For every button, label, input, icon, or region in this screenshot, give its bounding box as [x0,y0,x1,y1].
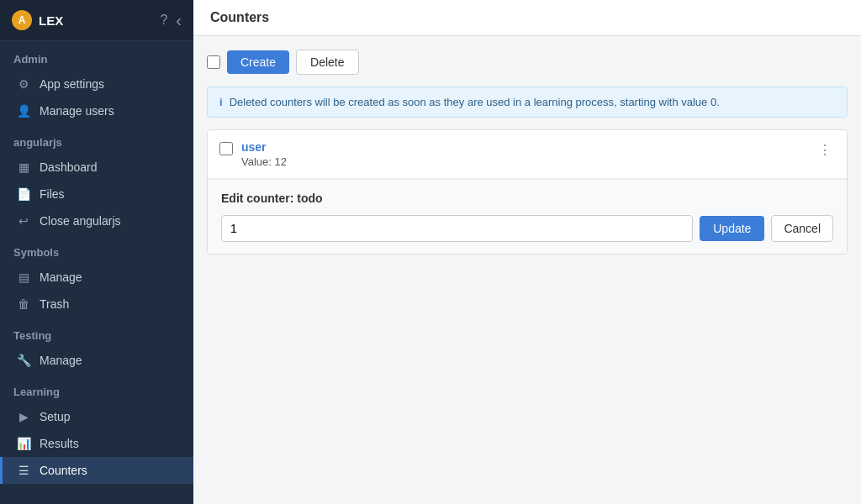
back-icon[interactable]: ‹ [176,11,182,30]
sidebar-item-label: Manage [40,354,82,367]
sidebar-item-label: Counters [40,464,87,477]
sidebar-item-learning-setup[interactable]: ▶ Setup [0,403,193,430]
main-body: Create Delete i Deleted counters will be… [193,36,861,504]
sidebar-item-symbols-manage[interactable]: ▤ Manage [0,264,193,291]
edit-title: Edit counter: todo [221,192,833,205]
section-symbols: Symbols [0,234,193,264]
logo-icon: A [12,10,32,30]
counter-card: user Value: 12 ⋮ Edit counter: todo Upda… [207,129,848,255]
cancel-button[interactable]: Cancel [771,215,833,242]
info-message: Deleted counters will be created as soon… [230,96,720,108]
close-angularjs-icon: ↩ [16,214,31,228]
trash-icon: 🗑 [16,297,31,311]
toolbar: Create Delete [207,50,848,75]
setup-icon: ▶ [16,410,31,423]
sidebar-header: A LEX ? ‹ [0,0,193,41]
counter-row: user Value: 12 ⋮ [208,130,847,179]
sidebar-item-label: Manage [40,270,82,284]
sidebar-item-label: Close angularjs [40,214,121,228]
sidebar-item-dashboard[interactable]: ▦ Dashboard [0,154,193,181]
sidebar-item-manage-users[interactable]: 👤 Manage users [0,97,193,124]
sidebar-item-label: Trash [40,297,69,311]
delete-button[interactable]: Delete [296,50,358,75]
users-icon: 👤 [16,104,31,118]
sidebar-item-label: Dashboard [40,160,98,174]
counter-info: user Value: 12 [241,140,815,168]
sidebar-item-learning-counters[interactable]: ☰ Counters [0,457,193,484]
main-content: Counters Create Delete i Deleted counter… [193,0,861,504]
manage-icon: ▤ [16,270,31,284]
section-testing: Testing [0,318,193,347]
sidebar-item-app-settings[interactable]: ⚙ App settings [0,71,193,97]
sidebar-item-close-angularjs[interactable]: ↩ Close angularjs [0,207,193,234]
section-learning: Learning [0,374,193,403]
update-button[interactable]: Update [700,216,764,241]
sidebar-item-testing-manage[interactable]: 🔧 Manage [0,347,193,374]
files-icon: 📄 [16,187,31,201]
value-number: 12 [275,155,287,168]
sidebar-item-label: App settings [40,77,104,91]
sidebar: A LEX ? ‹ Admin ⚙ App settings 👤 Manage … [0,0,193,504]
section-admin: Admin [0,41,193,71]
app-logo[interactable]: A LEX [12,10,63,30]
counter-menu-icon[interactable]: ⋮ [815,140,835,160]
dashboard-icon: ▦ [16,160,31,174]
results-icon: 📊 [16,437,31,450]
settings-icon: ⚙ [16,77,31,91]
sidebar-item-label: Files [40,187,65,201]
counters-icon: ☰ [16,464,31,477]
info-banner: i Deleted counters will be created as so… [207,87,848,118]
counter-value: Value: 12 [241,155,815,168]
counter-name[interactable]: user [241,140,815,154]
help-icon[interactable]: ? [160,13,167,28]
edit-section: Edit counter: todo Update Cancel [208,179,847,254]
sidebar-item-files[interactable]: 📄 Files [0,181,193,207]
testing-manage-icon: 🔧 [16,354,31,367]
sidebar-item-label: Results [40,437,79,450]
edit-value-input[interactable] [221,215,693,242]
create-button[interactable]: Create [227,50,289,74]
sidebar-item-label: Setup [40,410,71,423]
counter-checkbox[interactable] [219,142,233,155]
app-name: LEX [39,13,63,28]
section-angularjs: angularjs [0,124,193,154]
sidebar-item-learning-results[interactable]: 📊 Results [0,430,193,457]
value-label: Value: [241,155,272,168]
edit-row: Update Cancel [221,215,833,242]
sidebar-item-label: Manage users [40,104,114,118]
sidebar-header-actions: ? ‹ [160,11,182,30]
info-icon: i [219,96,223,108]
page-title: Counters [193,0,861,36]
select-all-checkbox[interactable] [207,55,220,69]
sidebar-item-symbols-trash[interactable]: 🗑 Trash [0,291,193,318]
